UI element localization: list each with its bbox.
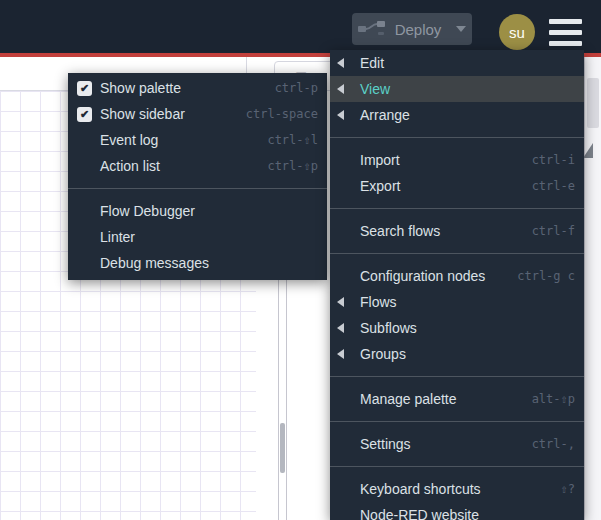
- menu-item-label: Subflows: [360, 320, 417, 336]
- menu-item-label: Event log: [100, 132, 158, 148]
- menu-item-label: Debug messages: [100, 255, 209, 271]
- menu-item-label: View: [360, 81, 390, 97]
- sidebar-scrollbar-thumb[interactable]: [587, 78, 599, 128]
- menu-item-subflows[interactable]: Subflows: [330, 315, 584, 341]
- menu-item-label: Show palette: [100, 80, 181, 96]
- menu-item-view[interactable]: View: [330, 76, 584, 102]
- submenu-caret-left-icon: [337, 349, 344, 359]
- menu-item-shortcut: ctrl-f: [532, 218, 575, 244]
- menu-item-label: Keyboard shortcuts: [360, 481, 481, 497]
- menu-item-groups[interactable]: Groups: [330, 341, 584, 367]
- submenu-caret-left-icon: [337, 84, 344, 94]
- menu-item-shortcut: ctrl-e: [532, 173, 575, 199]
- menu-separator: [68, 188, 327, 189]
- deploy-wire-icon: [358, 21, 386, 37]
- menu-item-label: Flow Debugger: [100, 203, 195, 219]
- menu-item-shortcut: alt-⇧p: [532, 386, 575, 412]
- menu-item-arrange[interactable]: Arrange: [330, 102, 584, 128]
- workspace-scrollbar-thumb[interactable]: [280, 423, 285, 473]
- menu-item-label: Action list: [100, 158, 160, 174]
- user-avatar[interactable]: su: [499, 14, 535, 50]
- menu-separator: [330, 253, 584, 254]
- menu-item-show-palette[interactable]: ✔Show palettectrl-p: [68, 75, 327, 101]
- menu-item-label: Show sidebar: [100, 106, 185, 122]
- menu-item-label: Import: [360, 152, 400, 168]
- menu-item-keyboard-shortcuts[interactable]: Keyboard shortcuts⇧?: [330, 476, 584, 502]
- menu-item-label: Groups: [360, 346, 406, 362]
- menu-item-shortcut: ctrl-i: [532, 147, 575, 173]
- hamburger-bar: [549, 30, 582, 35]
- view-submenu: ✔Show palettectrl-p✔Show sidebarctrl-spa…: [68, 73, 327, 280]
- header-bar: Deploy su: [0, 0, 601, 53]
- menu-separator: [330, 376, 584, 377]
- menu-item-configuration-nodes[interactable]: Configuration nodesctrl-g c: [330, 263, 584, 289]
- menu-item-shortcut: ctrl-space: [246, 101, 318, 127]
- main-dropdown-menu: EditViewArrangeImportctrl-iExportctrl-eS…: [330, 50, 584, 520]
- menu-item-shortcut: ctrl-⇧p: [267, 153, 318, 179]
- menu-separator: [330, 466, 584, 467]
- menu-item-label: Node-RED website: [360, 507, 479, 520]
- sidebar-scrollbar[interactable]: [584, 57, 601, 520]
- menu-item-shortcut: ⇧?: [561, 476, 575, 502]
- menu-item-search-flows[interactable]: Search flowsctrl-f: [330, 218, 584, 244]
- submenu-caret-left-icon: [337, 297, 344, 307]
- menu-item-debug-messages[interactable]: Debug messages: [68, 250, 327, 276]
- deploy-button-label: Deploy: [395, 21, 442, 38]
- sidebar-grip-icon: [583, 143, 593, 158]
- menu-item-label: Flows: [360, 294, 397, 310]
- menu-item-linter[interactable]: Linter: [68, 224, 327, 250]
- deploy-button[interactable]: Deploy: [352, 13, 472, 45]
- menu-item-event-log[interactable]: Event logctrl-⇧l: [68, 127, 327, 153]
- deploy-chevron-icon[interactable]: [456, 26, 466, 32]
- menu-item-shortcut: ctrl-p: [275, 75, 318, 101]
- menu-item-label: Edit: [360, 55, 384, 71]
- menu-item-action-list[interactable]: Action listctrl-⇧p: [68, 153, 327, 179]
- menu-item-flows[interactable]: Flows: [330, 289, 584, 315]
- main-menu-button[interactable]: [549, 19, 582, 46]
- submenu-caret-left-icon: [337, 58, 344, 68]
- checkbox-checked-icon[interactable]: ✔: [77, 81, 92, 96]
- menu-separator: [330, 208, 584, 209]
- hamburger-bar: [549, 19, 582, 24]
- menu-item-manage-palette[interactable]: Manage palettealt-⇧p: [330, 386, 584, 412]
- menu-item-label: Export: [360, 178, 400, 194]
- menu-item-show-sidebar[interactable]: ✔Show sidebarctrl-space: [68, 101, 327, 127]
- menu-item-flow-debugger[interactable]: Flow Debugger: [68, 198, 327, 224]
- menu-item-label: Settings: [360, 436, 411, 452]
- menu-item-label: Linter: [100, 229, 135, 245]
- menu-item-label: Manage palette: [360, 391, 457, 407]
- menu-separator: [330, 137, 584, 138]
- menu-item-label: Arrange: [360, 107, 410, 123]
- hamburger-bar: [549, 41, 582, 46]
- menu-item-shortcut: ctrl-⇧l: [267, 127, 318, 153]
- menu-item-node-red-website[interactable]: Node-RED website: [330, 502, 584, 520]
- menu-separator: [330, 421, 584, 422]
- menu-item-shortcut: ctrl-g c: [517, 263, 575, 289]
- menu-item-export[interactable]: Exportctrl-e: [330, 173, 584, 199]
- submenu-caret-left-icon: [337, 323, 344, 333]
- menu-item-label: Search flows: [360, 223, 440, 239]
- menu-item-settings[interactable]: Settingsctrl-,: [330, 431, 584, 457]
- menu-item-edit[interactable]: Edit: [330, 50, 584, 76]
- submenu-caret-left-icon: [337, 110, 344, 120]
- menu-item-shortcut: ctrl-,: [532, 431, 575, 457]
- checkbox-checked-icon[interactable]: ✔: [77, 107, 92, 122]
- menu-item-import[interactable]: Importctrl-i: [330, 147, 584, 173]
- menu-item-label: Configuration nodes: [360, 268, 485, 284]
